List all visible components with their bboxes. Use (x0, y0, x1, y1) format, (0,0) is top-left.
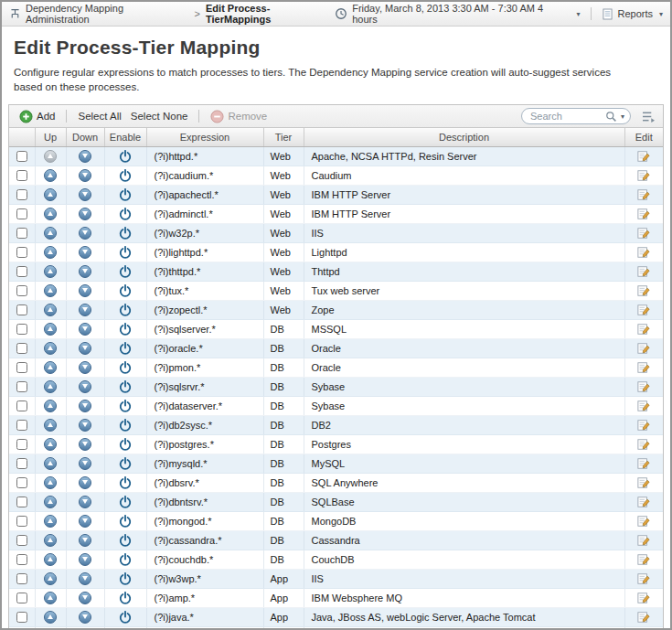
enable-toggle[interactable] (119, 438, 132, 451)
move-up-button[interactable] (44, 246, 57, 259)
enable-toggle[interactable] (119, 572, 132, 585)
row-checkbox[interactable] (16, 381, 27, 392)
move-up-button[interactable] (44, 400, 57, 412)
edit-button[interactable] (637, 611, 650, 624)
breadcrumb-root[interactable]: Dependency Mapping Administration (26, 3, 189, 25)
move-up-button[interactable] (44, 380, 57, 393)
edit-button[interactable] (637, 400, 650, 412)
move-up-button[interactable] (44, 265, 57, 278)
edit-button[interactable] (637, 150, 650, 163)
move-down-button[interactable] (79, 361, 91, 374)
col-up[interactable]: Up (35, 128, 66, 146)
edit-button[interactable] (637, 476, 650, 489)
search-options-chevron-down-icon[interactable]: ▾ (621, 112, 624, 121)
edit-button[interactable] (637, 457, 650, 470)
row-checkbox[interactable] (16, 439, 27, 450)
row-checkbox[interactable] (16, 304, 27, 315)
row-checkbox[interactable] (16, 151, 27, 162)
move-up-button[interactable] (44, 150, 57, 163)
row-checkbox[interactable] (16, 343, 27, 354)
col-description[interactable]: Description (304, 128, 624, 146)
edit-button[interactable] (637, 553, 650, 566)
enable-toggle[interactable] (119, 304, 132, 316)
move-down-button[interactable] (79, 150, 91, 163)
move-up-button[interactable] (44, 169, 57, 182)
move-up-button[interactable] (44, 342, 57, 355)
move-down-button[interactable] (79, 457, 91, 470)
edit-button[interactable] (637, 227, 650, 240)
enable-toggle[interactable] (119, 534, 132, 547)
enable-toggle[interactable] (119, 457, 132, 470)
enable-toggle[interactable] (119, 150, 132, 163)
edit-button[interactable] (637, 284, 650, 297)
move-up-button[interactable] (44, 553, 57, 566)
row-checkbox[interactable] (16, 420, 27, 431)
col-down[interactable]: Down (66, 128, 104, 146)
move-down-button[interactable] (79, 592, 91, 604)
edit-button[interactable] (637, 361, 650, 374)
move-down-button[interactable] (79, 188, 91, 201)
remove-button[interactable]: Remove (206, 108, 272, 125)
edit-button[interactable] (637, 304, 650, 316)
move-down-button[interactable] (79, 380, 91, 393)
enable-toggle[interactable] (119, 611, 132, 624)
move-down-button[interactable] (79, 227, 91, 240)
row-checkbox[interactable] (16, 593, 27, 603)
edit-button[interactable] (637, 419, 650, 432)
move-up-button[interactable] (44, 476, 57, 489)
row-checkbox[interactable] (16, 612, 27, 623)
select-none-button[interactable]: Select None (126, 109, 193, 123)
row-checkbox[interactable] (16, 208, 27, 219)
move-up-button[interactable] (44, 419, 57, 432)
enable-toggle[interactable] (119, 284, 132, 297)
table-options-icon[interactable] (642, 111, 656, 123)
row-checkbox[interactable] (16, 554, 27, 565)
row-checkbox[interactable] (16, 458, 27, 469)
enable-toggle[interactable] (119, 496, 132, 508)
enable-toggle[interactable] (119, 361, 132, 374)
edit-button[interactable] (637, 246, 650, 259)
row-checkbox[interactable] (16, 228, 27, 239)
col-tier[interactable]: Tier (263, 128, 304, 146)
edit-button[interactable] (637, 534, 650, 547)
enable-toggle[interactable] (119, 169, 132, 182)
enable-toggle[interactable] (119, 592, 132, 604)
move-up-button[interactable] (44, 592, 57, 604)
enable-toggle[interactable] (119, 476, 132, 489)
move-up-button[interactable] (44, 515, 57, 528)
enable-toggle[interactable] (119, 188, 132, 201)
add-button[interactable]: Add (15, 108, 59, 125)
enable-toggle[interactable] (119, 515, 132, 528)
move-down-button[interactable] (79, 342, 91, 355)
move-up-button[interactable] (44, 534, 57, 547)
row-checkbox[interactable] (16, 362, 27, 373)
row-checkbox[interactable] (16, 266, 27, 277)
time-range-chevron-down-icon[interactable]: ▾ (576, 10, 580, 18)
search-icon[interactable] (605, 111, 617, 123)
move-down-button[interactable] (79, 304, 91, 316)
enable-toggle[interactable] (119, 342, 132, 355)
move-down-button[interactable] (79, 515, 91, 528)
move-up-button[interactable] (44, 457, 57, 470)
move-down-button[interactable] (79, 572, 91, 585)
select-all-button[interactable]: Select All (73, 109, 125, 123)
edit-button[interactable] (637, 515, 650, 528)
edit-button[interactable] (637, 496, 650, 508)
move-down-button[interactable] (79, 169, 91, 182)
edit-button[interactable] (637, 380, 650, 393)
move-down-button[interactable] (79, 284, 91, 297)
enable-toggle[interactable] (119, 246, 132, 259)
edit-button[interactable] (637, 572, 650, 585)
row-checkbox[interactable] (16, 170, 27, 181)
row-checkbox[interactable] (16, 516, 27, 527)
move-down-button[interactable] (79, 438, 91, 451)
reports-chevron-down-icon[interactable]: ▾ (659, 10, 663, 18)
edit-button[interactable] (637, 188, 650, 201)
col-expression[interactable]: Expression (146, 128, 263, 146)
edit-button[interactable] (637, 323, 650, 336)
move-up-button[interactable] (44, 188, 57, 201)
move-down-button[interactable] (79, 265, 91, 278)
move-up-button[interactable] (44, 572, 57, 585)
move-up-button[interactable] (44, 323, 57, 336)
edit-button[interactable] (637, 342, 650, 355)
